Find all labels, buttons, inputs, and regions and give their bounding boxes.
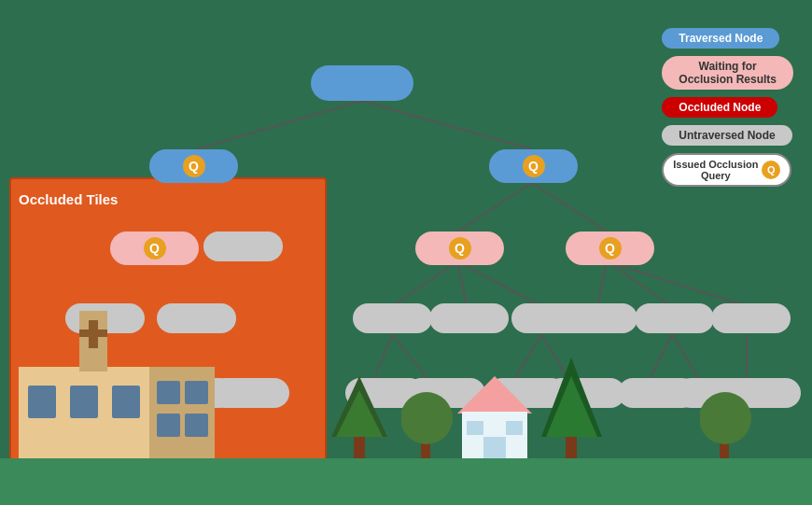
l3-7-node [635,303,714,333]
ground [0,458,812,505]
l2-right-node: Q [566,231,654,265]
svg-line-23 [672,334,700,381]
svg-rect-37 [79,330,107,337]
tree-3 [541,358,602,460]
svg-rect-26 [28,386,56,418]
svg-line-17 [607,261,747,306]
svg-line-11 [532,183,607,231]
l3-6-node [558,303,637,333]
svg-rect-33 [157,414,180,437]
l4-4-node [210,378,289,408]
legend-issued: Issued OcclusionQuery Q [662,153,793,187]
l2-left-q: Q [144,237,166,260]
l3-3-node [353,303,432,333]
svg-line-19 [392,334,429,381]
svg-rect-28 [112,386,140,418]
l1-right-node: Q [489,149,578,183]
svg-line-22 [649,334,672,381]
house [457,376,532,460]
svg-line-15 [597,261,607,306]
l2-right-q: Q [599,237,622,260]
tree-4 [700,390,751,460]
l2-mr-q: Q [449,237,471,260]
l2-left-node: Q [110,231,199,265]
legend-occluded: Occluded Node [662,97,793,118]
legend-occluded-node: Occluded Node [662,97,777,118]
svg-rect-50 [483,437,506,460]
l3-8-node [711,303,791,333]
tree-1 [331,376,387,460]
root-node [311,65,413,101]
legend-q-badge: Q [762,161,780,179]
svg-line-18 [373,334,392,381]
svg-line-0 [196,101,362,149]
svg-line-13 [457,261,467,306]
legend-traversed: Traversed Node [662,28,793,49]
svg-point-42 [401,392,453,444]
occluded-tiles-label: Occluded Tiles [19,191,118,207]
l1-left-q: Q [183,155,205,177]
church-building [19,311,215,460]
legend-waiting-node: Waiting forOcclusion Results [662,56,793,90]
svg-line-20 [513,334,541,381]
svg-rect-34 [185,414,208,437]
svg-point-47 [700,392,751,444]
svg-rect-51 [467,421,483,435]
svg-marker-48 [457,376,532,414]
svg-line-10 [457,183,532,231]
l1-right-q: Q [523,155,545,177]
legend-issued-node: Issued OcclusionQuery Q [662,153,791,187]
svg-rect-27 [70,386,98,418]
svg-rect-31 [157,381,180,404]
legend-untraversed-node: Untraversed Node [662,125,791,146]
svg-line-12 [392,261,457,306]
l2-ml-node [203,231,283,261]
svg-rect-52 [506,421,523,435]
svg-rect-32 [185,381,208,404]
legend-untraversed: Untraversed Node [662,125,793,146]
svg-line-16 [607,261,672,306]
l3-4-node [429,303,509,333]
legend-traversed-node: Traversed Node [662,28,779,49]
l1-left-node: Q [149,149,238,183]
svg-line-1 [362,101,532,149]
legend-waiting: Waiting forOcclusion Results [662,56,793,90]
svg-line-14 [457,261,541,306]
legend: Traversed Node Waiting forOcclusion Resu… [662,28,793,187]
tree-2 [401,390,453,460]
l2-mr-node: Q [415,231,504,265]
